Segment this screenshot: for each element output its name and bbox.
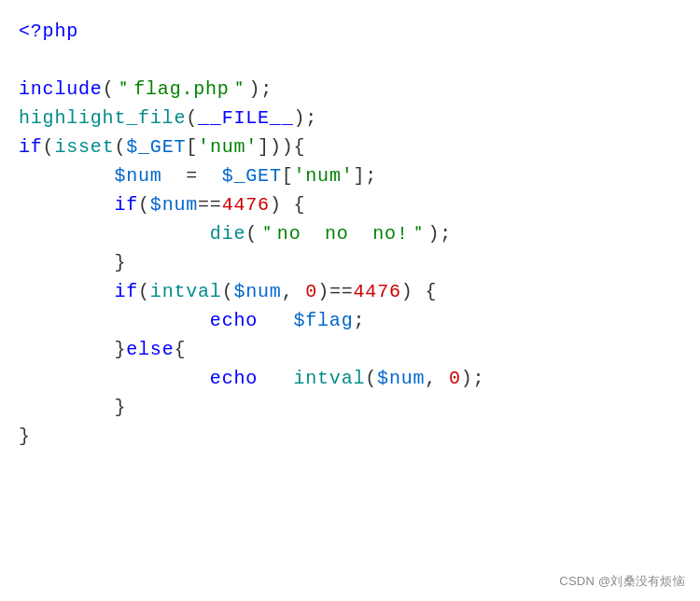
line-close-1: }	[19, 248, 681, 277]
code-container: <?php include(＂flag.php＂); highlight_fil…	[0, 0, 700, 601]
line-num-assign: $num = $_GET['num'];	[19, 161, 681, 190]
line-echo-intval: echo intval($num, 0);	[19, 364, 681, 393]
line-if-num: if($num==4476) {	[19, 190, 681, 219]
code-block: <?php include(＂flag.php＂); highlight_fil…	[19, 17, 681, 451]
line-else: }else{	[19, 335, 681, 364]
line-close-2: }	[19, 393, 681, 422]
line-1: <?php	[19, 17, 681, 46]
watermark: CSDN @刘桑没有烦恼	[559, 573, 685, 590]
line-blank	[19, 46, 681, 75]
line-if-isset: if(isset($_GET['num'])){	[19, 133, 681, 161]
line-if-intval: if(intval($num, 0)==4476) {	[19, 277, 681, 306]
line-close-3: }	[19, 422, 681, 451]
line-echo-flag: echo $flag;	[19, 306, 681, 335]
line-include: include(＂flag.php＂);	[19, 75, 681, 104]
line-highlight: highlight_file(__FILE__);	[19, 104, 681, 133]
line-die: die(＂no no no!＂);	[19, 219, 681, 248]
